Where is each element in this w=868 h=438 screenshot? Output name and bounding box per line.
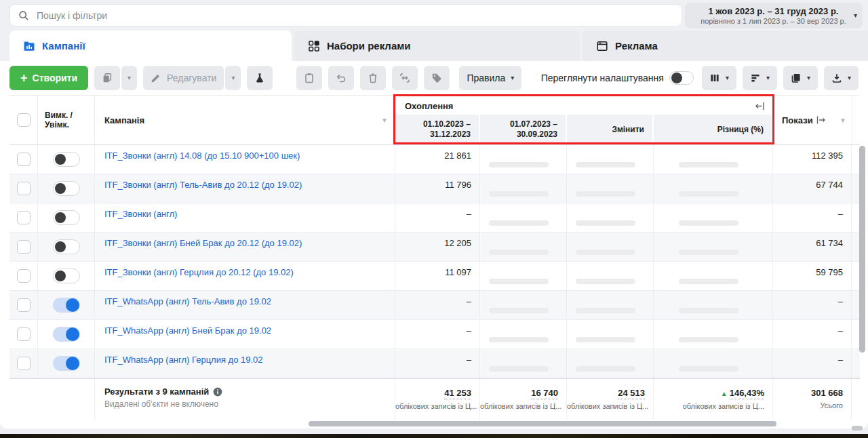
clipboard-button[interactable] — [296, 66, 322, 90]
loading-placeholder-bar — [488, 279, 548, 284]
export-icon — [831, 73, 842, 83]
tab-adsets[interactable]: Набори реклами — [294, 31, 580, 61]
campaigns-table: Вимк. / Увімк. Кампанія ▼ Охоплення 01.1… — [9, 95, 860, 420]
create-button[interactable]: + Створити — [9, 66, 88, 90]
loading-cell — [567, 320, 654, 349]
campaign-name-link[interactable]: ITF_Звонки (англ) Герцлия до 20.12 (до 1… — [95, 262, 395, 290]
sort-caret-icon[interactable]: ▼ — [381, 117, 388, 124]
loading-cell — [567, 174, 654, 203]
collapse-column-icon[interactable] — [755, 102, 765, 111]
date-range-picker[interactable]: 1 жов 2023 р. – 31 груд 2023 р. порівнян… — [685, 3, 863, 28]
header-change-col[interactable]: Змінити — [567, 115, 654, 144]
row-checkbox[interactable] — [17, 327, 31, 341]
header-period-compare[interactable]: 01.07.2023 – 30.09.2023 — [480, 115, 567, 144]
header-checkbox-cell — [9, 96, 38, 144]
search-placeholder: Пошук і фільтри — [37, 10, 107, 21]
tag-icon — [431, 73, 442, 83]
horizontal-scrollbar[interactable] — [309, 421, 776, 426]
columns-button[interactable]: ▾ — [702, 66, 736, 90]
row-checkbox[interactable] — [17, 211, 31, 224]
reach-value: 11 796 — [395, 174, 480, 203]
header-diff-col[interactable]: Різниця (%) — [654, 115, 773, 144]
tab-adsets-label: Набори реклами — [327, 40, 411, 52]
loading-cell — [480, 233, 567, 261]
rules-button[interactable]: Правила ▾ — [459, 66, 521, 90]
campaign-name-link[interactable]: ITF_Звонки (англ) 14.08 (до 15.10 900+10… — [95, 145, 395, 174]
reach-value: 12 205 — [395, 233, 480, 261]
table-row: ITF_WhatsApp (англ) Тель-Авив до 19.02 –… — [9, 291, 860, 320]
loading-cell — [654, 349, 773, 378]
campaign-toggle[interactable] — [53, 268, 80, 283]
table-footer: Результати з 9 кампаній Видалені об'єкти… — [9, 378, 860, 420]
export-button[interactable]: ▾ — [824, 66, 859, 90]
footer-results-title: Результати з 9 кампаній — [104, 386, 209, 397]
campaign-toggle[interactable] — [53, 356, 80, 371]
row-checkbox[interactable] — [17, 298, 31, 312]
chevron-down-icon: ▾ — [766, 75, 770, 81]
campaign-name-link[interactable]: ITF_Звонки (англ) Тель-Авив до 20.12 (до… — [95, 174, 395, 203]
table-row: ITF_Звонки (англ) Бней Брак до 20.12 (до… — [9, 233, 860, 262]
campaign-toggle[interactable] — [53, 327, 80, 342]
loading-placeholder-bar — [575, 250, 635, 255]
row-checkbox[interactable] — [17, 153, 31, 166]
undo-button[interactable] — [328, 66, 354, 90]
loading-cell — [567, 291, 654, 319]
tab-campaigns[interactable]: Кампанії — [9, 31, 292, 61]
row-checkbox[interactable] — [17, 240, 31, 254]
breakdown-icon — [750, 73, 761, 83]
tab-ads[interactable]: Реклама — [583, 31, 868, 61]
campaign-name-link[interactable]: ITF_WhatsApp (англ) Тель-Авив до 19.02 — [95, 291, 395, 319]
preview-swap-button[interactable] — [392, 66, 418, 90]
campaign-toggle[interactable] — [53, 152, 80, 167]
reach-value: – — [395, 203, 480, 232]
campaign-toggle[interactable] — [53, 210, 80, 225]
campaign-name-link[interactable]: ITF_Звонки (англ) — [95, 203, 395, 232]
rules-button-label: Правила — [467, 73, 505, 83]
footer-reach-compare: 16 740 облікових записів із Ц... — [480, 379, 567, 420]
campaign-name-link[interactable]: ITF_WhatsApp (англ) Герцлия до 19.02 — [95, 349, 395, 378]
loading-cell — [480, 174, 567, 203]
duplicate-menu-button[interactable]: ▾ — [121, 66, 137, 90]
campaign-name-link[interactable]: ITF_Звонки (англ) Бней Брак до 20.12 (до… — [95, 233, 395, 261]
loading-cell — [654, 262, 773, 290]
reach-value: – — [395, 320, 480, 349]
clipboard-icon — [304, 73, 315, 83]
loading-cell — [654, 145, 773, 174]
header-reach-group: Охоплення — [395, 96, 773, 115]
campaign-name-link[interactable]: ITF_WhatsApp (англ) Бней Брак до 19.02 — [95, 320, 395, 349]
table-body: ITF_Звонки (англ) 14.08 (до 15.10 900+10… — [9, 145, 860, 378]
vertical-scrollbar[interactable] — [859, 146, 865, 353]
level-tabs: Кампанії Набори реклами Реклама — [9, 31, 868, 61]
campaign-toggle[interactable] — [53, 181, 80, 196]
select-all-checkbox[interactable] — [17, 113, 31, 127]
footer-reach-total: 41 253 облікових записів із Ц... — [395, 379, 480, 420]
campaign-toggle[interactable] — [53, 239, 80, 254]
preview-settings-toggle[interactable] — [669, 71, 694, 85]
campaigns-folder-icon — [23, 40, 35, 52]
impressions-value: 67 744 — [773, 174, 852, 203]
breakdown-button[interactable]: ▾ — [743, 66, 777, 90]
tag-button[interactable] — [424, 66, 450, 90]
header-period-current[interactable]: 01.10.2023 – 31.12.2023 — [395, 115, 480, 144]
loading-placeholder-bar — [575, 308, 635, 313]
loading-cell — [654, 291, 773, 319]
edit-menu-button[interactable]: ▾ — [225, 66, 241, 90]
info-icon[interactable] — [213, 387, 222, 397]
search-input[interactable]: Пошук і фільтри — [9, 4, 682, 26]
edit-button[interactable]: Редагувати — [143, 66, 224, 90]
search-icon — [18, 10, 29, 21]
campaign-toggle[interactable] — [53, 298, 80, 313]
reports-button[interactable]: ▾ — [783, 66, 818, 90]
loading-placeholder-bar — [678, 191, 738, 197]
row-checkbox[interactable] — [17, 182, 31, 195]
duplicate-button[interactable] — [94, 66, 120, 90]
loading-placeholder-bar — [488, 366, 548, 372]
impressions-value: 112 395 — [773, 145, 852, 174]
delete-button[interactable] — [360, 66, 386, 90]
sort-caret-icon[interactable]: ▼ — [840, 117, 846, 124]
ab-test-button[interactable] — [247, 66, 273, 90]
loading-placeholder-bar — [678, 366, 738, 372]
reports-icon — [791, 73, 802, 83]
row-checkbox[interactable] — [17, 357, 31, 370]
row-checkbox[interactable] — [17, 269, 31, 283]
